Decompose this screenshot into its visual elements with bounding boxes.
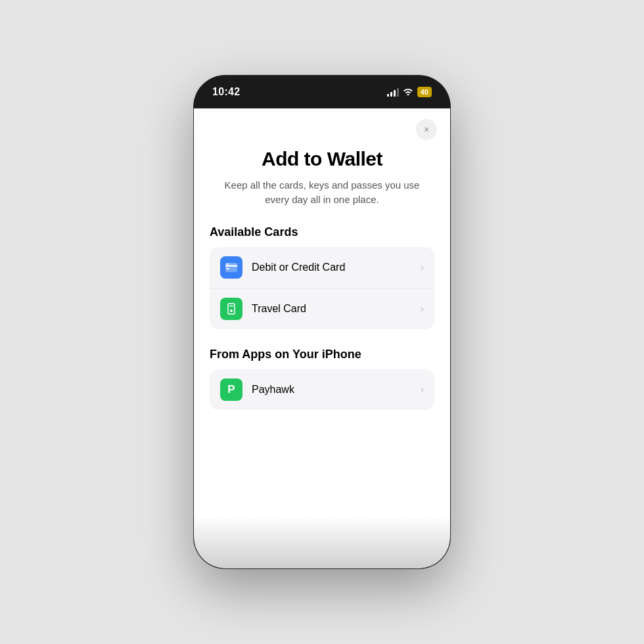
wifi-icon (403, 87, 413, 97)
screen-content: Add to Wallet Keep all the cards, keys a… (194, 108, 450, 468)
phone-screen: × Add to Wallet Keep all the cards, keys… (194, 108, 450, 568)
payhawk-item[interactable]: P Payhawk › (210, 369, 434, 410)
payhawk-chevron-icon: › (421, 384, 424, 396)
status-time: 10:42 (212, 86, 240, 98)
travel-card-label: Travel Card (252, 303, 421, 315)
debit-credit-card-item[interactable]: Debit or Credit Card › (210, 247, 434, 288)
svg-rect-4 (228, 304, 235, 314)
available-cards-heading: Available Cards (210, 225, 434, 239)
from-apps-section: From Apps on Your iPhone P Payhawk › (210, 348, 434, 410)
phone-frame: 10:42 40 × Add to Walle (194, 76, 450, 568)
payhawk-label: Payhawk (252, 384, 421, 396)
apps-list: P Payhawk › (210, 369, 434, 410)
travel-card-icon (220, 298, 242, 320)
status-icons: 40 (387, 87, 432, 97)
travel-card-item[interactable]: Travel Card › (210, 288, 434, 329)
debit-credit-card-icon (220, 256, 242, 279)
svg-point-5 (230, 310, 233, 312)
svg-rect-3 (226, 264, 229, 265)
available-cards-list: Debit or Credit Card › Travel Card (210, 247, 434, 329)
from-apps-heading: From Apps on Your iPhone (210, 348, 434, 361)
status-bar: 10:42 40 (194, 76, 450, 108)
page-subtitle: Keep all the cards, keys and passes you … (210, 178, 434, 207)
svg-rect-2 (226, 268, 229, 269)
travel-card-chevron-icon: › (421, 303, 424, 315)
payhawk-icon: P (220, 379, 242, 401)
debit-credit-chevron-icon: › (421, 262, 424, 273)
svg-rect-6 (229, 306, 233, 307)
available-cards-section: Available Cards Debit or Credit (210, 225, 434, 329)
svg-rect-1 (225, 265, 237, 267)
page-title: Add to Wallet (210, 148, 434, 170)
close-button[interactable]: × (416, 119, 437, 140)
signal-icon (387, 87, 399, 97)
battery-indicator: 40 (417, 87, 432, 97)
debit-credit-card-label: Debit or Credit Card (252, 262, 421, 273)
